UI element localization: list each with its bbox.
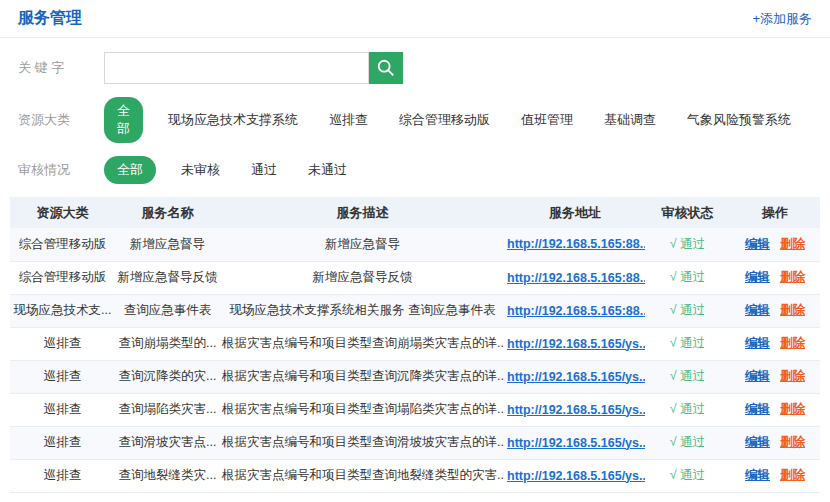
status-passed-badge: √ 通过	[670, 237, 705, 251]
status-passed-badge: √ 通过	[670, 468, 705, 482]
delete-link[interactable]: 删除	[780, 468, 805, 482]
cell-service-description: 根据灾害点编号和项目类型查询地裂缝类型的灾害...	[220, 459, 505, 492]
cell-service-description: 根据灾害点编号和项目类型查询塌陷类灾害点的详...	[220, 393, 505, 426]
cell-service-name: 查询应急事件表	[115, 294, 220, 327]
cell-service-description: 根据灾害点编号和项目类型查询沉降类灾害点的详...	[220, 360, 505, 393]
category-filter-option[interactable]: 值班管理	[521, 111, 573, 129]
cell-service-description: 现场应急技术支撑系统相关服务 查询应急事件表	[220, 294, 505, 327]
status-passed-badge: √ 通过	[670, 336, 705, 350]
category-filter-label: 资源大类	[18, 111, 104, 129]
category-filter-all-pill[interactable]: 全部	[104, 97, 143, 143]
cell-category: 巡排查	[10, 327, 115, 360]
service-url-link[interactable]: http://192.168.5.165/ys...	[507, 469, 645, 483]
service-url-link[interactable]: http://192.168.5.165/ys...	[507, 337, 645, 351]
status-passed-badge: √ 通过	[670, 369, 705, 383]
column-header-description: 服务描述	[220, 197, 505, 228]
delete-link[interactable]: 删除	[780, 270, 805, 284]
cell-service-name: 新增应急督导	[115, 228, 220, 261]
category-filter-option[interactable]: 气象风险预警系统	[687, 111, 791, 129]
page-title: 服务管理	[18, 8, 82, 29]
category-filter-option[interactable]: 综合管理移动版	[399, 111, 490, 129]
service-url-link[interactable]: http://192.168.5.165/ys...	[507, 370, 645, 384]
cell-service-name: 查询塌陷类灾害...	[115, 393, 220, 426]
delete-link[interactable]: 删除	[780, 237, 805, 251]
edit-link[interactable]: 编辑	[745, 402, 770, 416]
audit-filter-all-pill[interactable]: 全部	[104, 156, 156, 184]
category-filter-row: 资源大类 全部 现场应急技术支撑系统巡排查综合管理移动版值班管理基础调查气象风险…	[18, 97, 812, 143]
audit-filter-options: 未审核通过未通过	[181, 161, 378, 179]
audit-filter-label: 审核情况	[18, 161, 104, 179]
service-url-link[interactable]: http://192.168.5.165/ys...	[507, 436, 645, 450]
cell-category: 综合管理移动版	[10, 228, 115, 261]
category-filter-option[interactable]: 现场应急技术支撑系统	[168, 111, 298, 129]
cell-category: 巡排查	[10, 360, 115, 393]
status-passed-badge: √ 通过	[670, 402, 705, 416]
add-service-button[interactable]: +添加服务	[752, 10, 812, 28]
service-url-link[interactable]: http://192.168.5.165:88...	[507, 304, 645, 318]
category-filter-option[interactable]: 基础调查	[604, 111, 656, 129]
column-header-category: 资源大类	[10, 197, 115, 228]
edit-link[interactable]: 编辑	[745, 468, 770, 482]
audit-filter-row: 审核情况 全部 未审核通过未通过	[18, 156, 812, 184]
top-bar: 服务管理 +添加服务	[0, 0, 830, 38]
table-row: 巡排查 查询崩塌类型的... 根据灾害点编号和项目类型查询崩塌类灾害点的详...…	[10, 327, 820, 360]
services-table: 资源大类 服务名称 服务描述 服务地址 审核状态 操作 综合管理移动版 新增应急…	[10, 197, 820, 493]
keyword-input[interactable]	[104, 52, 369, 84]
service-url-link[interactable]: http://192.168.5.165:88...	[507, 271, 645, 285]
search-icon	[376, 58, 396, 78]
column-header-status: 审核状态	[645, 197, 730, 228]
cell-category: 巡排查	[10, 393, 115, 426]
status-passed-badge: √ 通过	[670, 270, 705, 284]
table-row: 现场应急技术支... 查询应急事件表 现场应急技术支撑系统相关服务 查询应急事件…	[10, 294, 820, 327]
cell-service-name: 查询沉降类的灾...	[115, 360, 220, 393]
table-row: 巡排查 查询地裂缝类灾... 根据灾害点编号和项目类型查询地裂缝类型的灾害...…	[10, 459, 820, 492]
audit-filter-option[interactable]: 未通过	[308, 161, 347, 179]
column-header-name: 服务名称	[115, 197, 220, 228]
edit-link[interactable]: 编辑	[745, 435, 770, 449]
cell-category: 巡排查	[10, 426, 115, 459]
delete-link[interactable]: 删除	[780, 303, 805, 317]
edit-link[interactable]: 编辑	[745, 336, 770, 350]
table-row: 综合管理移动版 新增应急督导反馈 新增应急督导反馈 http://192.168…	[10, 261, 820, 294]
cell-service-description: 新增应急督导反馈	[220, 261, 505, 294]
delete-link[interactable]: 删除	[780, 336, 805, 350]
status-passed-badge: √ 通过	[670, 435, 705, 449]
service-url-link[interactable]: http://192.168.5.165:88...	[507, 237, 645, 251]
column-header-url: 服务地址	[505, 197, 645, 228]
table-row: 综合管理移动版 新增应急督导 新增应急督导 http://192.168.5.1…	[10, 228, 820, 261]
table-row: 巡排查 查询滑坡灾害点... 根据灾害点编号和项目类型查询滑坡坡灾害点的详...…	[10, 426, 820, 459]
service-url-link[interactable]: http://192.168.5.165/ys...	[507, 403, 645, 417]
edit-link[interactable]: 编辑	[745, 270, 770, 284]
category-filter-option[interactable]: 巡排查	[329, 111, 368, 129]
cell-service-description: 新增应急督导	[220, 228, 505, 261]
cell-service-description: 根据灾害点编号和项目类型查询滑坡坡灾害点的详...	[220, 426, 505, 459]
cell-service-name: 查询滑坡灾害点...	[115, 426, 220, 459]
edit-link[interactable]: 编辑	[745, 369, 770, 383]
status-passed-badge: √ 通过	[670, 303, 705, 317]
cell-service-name: 查询崩塌类型的...	[115, 327, 220, 360]
audit-filter-option[interactable]: 通过	[251, 161, 277, 179]
audit-filter-option[interactable]: 未审核	[181, 161, 220, 179]
edit-link[interactable]: 编辑	[745, 237, 770, 251]
search-button[interactable]	[369, 52, 403, 84]
cell-category: 综合管理移动版	[10, 261, 115, 294]
table-row: 巡排查 查询塌陷类灾害... 根据灾害点编号和项目类型查询塌陷类灾害点的详...…	[10, 393, 820, 426]
delete-link[interactable]: 删除	[780, 369, 805, 383]
edit-link[interactable]: 编辑	[745, 303, 770, 317]
cell-service-name: 查询地裂缝类灾...	[115, 459, 220, 492]
cell-service-description: 根据灾害点编号和项目类型查询崩塌类灾害点的详...	[220, 327, 505, 360]
cell-service-name: 新增应急督导反馈	[115, 261, 220, 294]
cell-category: 巡排查	[10, 459, 115, 492]
keyword-label: 关 键 字	[18, 59, 104, 77]
table-row: 巡排查 查询沉降类的灾... 根据灾害点编号和项目类型查询沉降类灾害点的详...…	[10, 360, 820, 393]
column-header-actions: 操作	[730, 197, 820, 228]
services-table-header: 资源大类 服务名称 服务描述 服务地址 审核状态 操作	[10, 197, 820, 228]
keyword-search-row: 关 键 字	[18, 52, 812, 84]
category-filter-options: 现场应急技术支撑系统巡排查综合管理移动版值班管理基础调查气象风险预警系统	[168, 111, 822, 129]
delete-link[interactable]: 删除	[780, 402, 805, 416]
delete-link[interactable]: 删除	[780, 435, 805, 449]
cell-category: 现场应急技术支...	[10, 294, 115, 327]
